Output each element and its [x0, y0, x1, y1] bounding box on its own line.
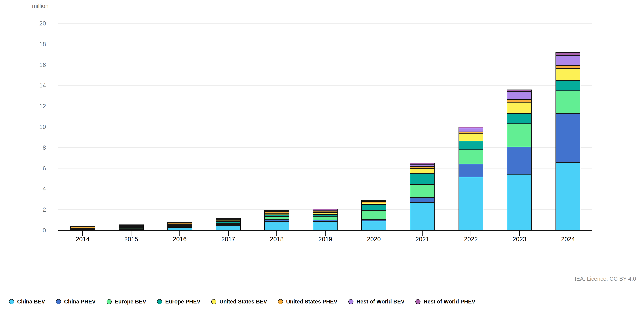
y-tick-label: 14: [1, 81, 46, 89]
bar-segment-china-phev[interactable]: [264, 219, 289, 222]
bar-segment-china-bev[interactable]: [313, 222, 338, 230]
bar-segment-united-states-phev[interactable]: [70, 227, 95, 228]
x-tick-label-2016: 2016: [155, 236, 204, 243]
x-tick-label-2024: 2024: [544, 236, 592, 243]
bar-segment-rest-of-world-phev[interactable]: [361, 200, 386, 201]
bar-segment-europe-bev[interactable]: [167, 225, 192, 226]
bar-segment-china-bev[interactable]: [216, 225, 241, 230]
bar-segment-rest-of-world-phev[interactable]: [313, 209, 338, 210]
y-tick-label: 12: [1, 102, 46, 110]
bar-segment-rest-of-world-bev[interactable]: [507, 91, 532, 100]
bar-segment-europe-phev[interactable]: [507, 114, 532, 124]
legend-item-united-states-phev[interactable]: United States PHEV: [278, 298, 337, 305]
bar-segment-rest-of-world-phev[interactable]: [507, 90, 532, 91]
legend-label: Rest of World PHEV: [424, 298, 475, 305]
bar-segment-united-states-bev[interactable]: [313, 212, 338, 214]
bar-segment-united-states-bev[interactable]: [216, 220, 241, 221]
legend-label: China BEV: [17, 298, 45, 305]
legend-label: Rest of World BEV: [356, 298, 405, 305]
bar-segment-europe-bev[interactable]: [313, 216, 338, 220]
bar-segment-united-states-phev[interactable]: [410, 167, 435, 168]
bar-segment-united-states-bev[interactable]: [361, 203, 386, 205]
bar-segment-europe-phev[interactable]: [167, 225, 192, 225]
bar-segment-rest-of-world-phev[interactable]: [556, 52, 580, 55]
legend-item-china-phev[interactable]: China PHEV: [56, 298, 96, 305]
bar-segment-rest-of-world-phev[interactable]: [264, 210, 289, 211]
bar-segment-rest-of-world-phev[interactable]: [119, 224, 144, 225]
bar-segment-united-states-phev[interactable]: [458, 132, 484, 134]
bar-segment-rest-of-world-bev[interactable]: [410, 164, 435, 167]
bar-segment-united-states-bev[interactable]: [167, 224, 192, 225]
bar-segment-europe-phev[interactable]: [216, 221, 241, 223]
bar-segment-china-phev[interactable]: [313, 220, 338, 222]
bar-segment-rest-of-world-bev[interactable]: [313, 210, 338, 211]
bar-segment-rest-of-world-phev[interactable]: [167, 222, 192, 222]
bar-segment-united-states-bev[interactable]: [556, 69, 580, 81]
bar-segment-europe-bev[interactable]: [361, 210, 386, 219]
bar-segment-united-states-phev[interactable]: [167, 223, 192, 224]
bar-segment-rest-of-world-phev[interactable]: [216, 218, 241, 219]
bar-segment-europe-bev[interactable]: [507, 124, 532, 147]
bar-segment-china-phev[interactable]: [216, 224, 241, 225]
bar-segment-china-phev[interactable]: [361, 219, 386, 221]
bar-segment-rest-of-world-bev[interactable]: [264, 211, 289, 212]
bar-segment-europe-phev[interactable]: [556, 81, 580, 91]
bar-segment-china-phev[interactable]: [556, 114, 580, 163]
bar-segment-europe-bev[interactable]: [264, 217, 289, 219]
bar-segment-united-states-bev[interactable]: [458, 134, 484, 141]
bar-segment-rest-of-world-bev[interactable]: [361, 201, 386, 202]
bar-segment-united-states-phev[interactable]: [216, 219, 241, 220]
bar-segment-europe-phev[interactable]: [361, 205, 386, 210]
legend-item-rest-of-world-bev[interactable]: Rest of World BEV: [348, 298, 405, 305]
bar-segment-rest-of-world-phev[interactable]: [458, 127, 484, 128]
x-tick-label-2017: 2017: [204, 236, 252, 243]
legend-item-europe-bev[interactable]: Europe BEV: [106, 298, 146, 305]
x-tick: [82, 231, 83, 236]
chart-canvas: million 02468101214161820 20142015201620…: [0, 0, 644, 311]
legend-item-rest-of-world-phev[interactable]: Rest of World PHEV: [416, 298, 475, 305]
bar-segment-united-states-bev[interactable]: [70, 228, 95, 229]
bar-segment-europe-bev[interactable]: [410, 185, 435, 197]
bar-segment-rest-of-world-bev[interactable]: [458, 128, 484, 132]
legend-swatch-icon: [106, 299, 112, 304]
bar-segment-china-bev[interactable]: [507, 174, 532, 230]
bar-segment-china-bev[interactable]: [556, 162, 580, 230]
bar-segment-united-states-phev[interactable]: [556, 66, 580, 69]
legend-item-united-states-bev[interactable]: United States BEV: [211, 298, 267, 305]
bar-segment-united-states-phev[interactable]: [313, 211, 338, 212]
bar-segment-china-phev[interactable]: [458, 164, 484, 177]
bar-segment-europe-bev[interactable]: [556, 91, 580, 114]
bar-segment-united-states-bev[interactable]: [507, 102, 532, 114]
bar-segment-rest-of-world-bev[interactable]: [556, 56, 580, 66]
x-tick-label-2021: 2021: [398, 236, 447, 243]
bar-segment-china-bev[interactable]: [410, 203, 435, 230]
legend-item-europe-phev[interactable]: Europe PHEV: [157, 298, 200, 305]
bar-segment-rest-of-world-phev[interactable]: [410, 163, 435, 164]
bar-segment-china-bev[interactable]: [264, 221, 289, 230]
bar-segment-europe-phev[interactable]: [410, 173, 435, 185]
bar-segment-europe-phev[interactable]: [458, 141, 484, 150]
bar-segment-china-bev[interactable]: [458, 177, 484, 230]
bar-segment-europe-bev[interactable]: [458, 150, 484, 164]
legend-label: Europe PHEV: [165, 298, 200, 305]
bar-segment-europe-phev[interactable]: [119, 227, 144, 227]
x-tick: [325, 231, 326, 236]
bar-segment-rest-of-world-phev[interactable]: [70, 226, 95, 227]
bar-segment-united-states-phev[interactable]: [264, 212, 289, 213]
bar-segment-united-states-bev[interactable]: [119, 226, 144, 227]
bar-segment-united-states-phev[interactable]: [361, 202, 386, 203]
bar-segment-europe-phev[interactable]: [313, 214, 338, 216]
bar-segment-china-bev[interactable]: [361, 221, 386, 230]
bar-segment-europe-bev[interactable]: [216, 223, 241, 224]
bar-segment-china-phev[interactable]: [167, 226, 192, 227]
y-axis-tick-labels: 02468101214161820: [0, 0, 47, 311]
bar-segment-united-states-bev[interactable]: [410, 168, 435, 173]
bar-segment-europe-phev[interactable]: [264, 215, 289, 217]
bar-segment-china-phev[interactable]: [410, 197, 435, 203]
bar-segment-china-phev[interactable]: [507, 147, 532, 174]
legend-item-china-bev[interactable]: China BEV: [9, 298, 45, 305]
bar-segment-united-states-bev[interactable]: [264, 213, 289, 215]
licence-link[interactable]: IEA. Licence: CC BY 4.0: [575, 275, 636, 282]
bar-segment-europe-bev[interactable]: [119, 227, 144, 229]
bar-segment-united-states-phev[interactable]: [507, 100, 532, 102]
